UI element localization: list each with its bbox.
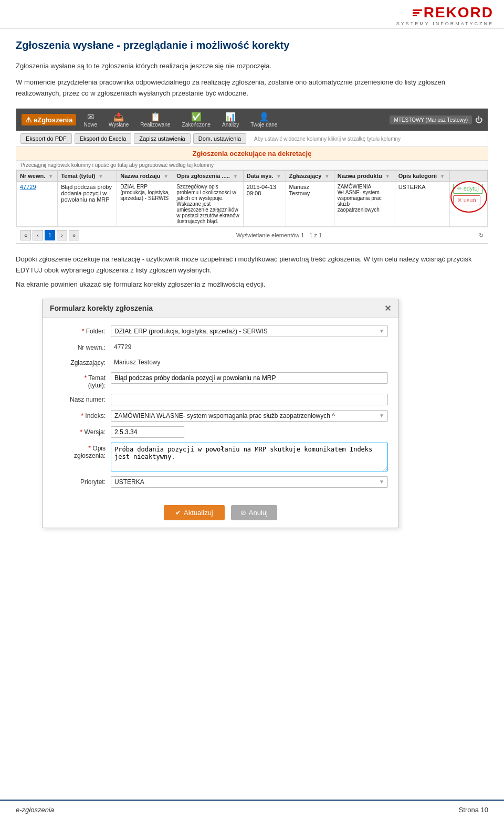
nav-label-nowe: Nowe (83, 122, 97, 128)
action-buttons-highlight: ✏ edytuj ✕ usuń (453, 184, 483, 205)
user-badge: MTESTOWY (Mariusz Testowy) (390, 116, 472, 124)
nav-label-twoje-dane: Twoje dane (250, 122, 277, 128)
col-rodzaj[interactable]: Nazwa rodzaju ▼ (117, 171, 173, 182)
app-logo-label: eZgłoszenia (34, 116, 72, 124)
edit-button[interactable]: ✏ edytuj (453, 184, 483, 194)
nav-item-realizowane[interactable]: 📋 Realizowane (136, 111, 174, 129)
form-row-opis: * Opiszgłoszenia: Próba dodania pozycji … (53, 443, 388, 471)
export-pdf-button[interactable]: Eksport do PDF (20, 133, 72, 144)
priorytet-dropdown-icon: ▼ (379, 479, 384, 485)
form-row-nasz-numer: Nasz numer: (53, 394, 388, 405)
indeks-select[interactable]: ZAMÓWIENIA WŁASNE- system wspomagania pr… (111, 410, 388, 422)
cell-opis: Szczegółowy opis problemu i okoliczności… (173, 182, 243, 227)
nav-item-twoje-dane[interactable]: 👤 Twoje dane (246, 111, 281, 129)
section-text-1: Dopóki zgłoszenie oczekuje na realizację… (16, 254, 488, 276)
nav-item-nowe[interactable]: ✉ Nowe (79, 111, 101, 129)
table-row: 47729 Błąd podczas próby dodania pozycji… (17, 182, 488, 227)
page-title: Zgłoszenia wysłane - przeglądanie i możl… (16, 39, 488, 51)
sort-arrow-1: ▼ (48, 174, 53, 179)
page-1-button[interactable]: 1 (45, 230, 55, 240)
col-nr-wewn[interactable]: Nr wewn. ▼ (17, 171, 58, 182)
logo-area: REKORD SYSTEMY INFORMATYCZNE (396, 4, 494, 26)
logo-sub: SYSTEMY INFORMATYCZNE (396, 21, 494, 26)
intro-text-1: Zgłoszenia wysłane są to te zgłoszenia k… (16, 61, 488, 72)
page-footer: e-zgłoszenia Strona 10 (0, 800, 504, 819)
col-temat[interactable]: Temat (tytuł) ▼ (58, 171, 117, 182)
save-settings-button[interactable]: Zapisz ustawienia (134, 133, 190, 144)
cancel-label: Anuluj (249, 509, 268, 517)
page-next-button[interactable]: › (57, 230, 67, 240)
priorytet-value: USTERKA (114, 478, 144, 486)
envelope-icon: ✉ (83, 112, 97, 122)
refresh-icon[interactable]: ↻ (479, 232, 484, 239)
nasz-numer-input[interactable] (111, 394, 388, 405)
priorytet-select[interactable]: USTERKA ▼ (111, 476, 388, 488)
form-row-priorytet: Priorytet: USTERKA ▼ (53, 476, 388, 488)
page-first-button[interactable]: « (20, 230, 31, 240)
folder-select[interactable]: DZIAŁ ERP (produkcja, logistyka, sprzeda… (111, 326, 388, 337)
logo-bar-2 (413, 12, 419, 14)
form-row-indeks: * Indeks: ZAMÓWIENIA WŁASNE- system wspo… (53, 410, 388, 422)
cell-kategoria: USTERKA (395, 182, 449, 227)
wersja-label: * Wersja: (53, 426, 111, 436)
cell-rodzaj: DZIAŁ ERP (produkcja, logistyka, sprzeda… (117, 182, 173, 227)
temat-input[interactable] (111, 372, 388, 384)
update-button[interactable]: ✔ Aktualizuj (164, 505, 225, 520)
app-pagination: « ‹ 1 › » Wyświetlanie elementów 1 - 1 z… (16, 227, 488, 243)
col-zglaszajacy[interactable]: Zgłaszający ▼ (286, 171, 334, 182)
chart-icon: 📊 (222, 112, 239, 122)
page-count: Wyświetlanie elementów 1 - 1 z 1 (236, 232, 322, 238)
col-kategoria[interactable]: Opis kategorii ▼ (395, 171, 449, 182)
form-modal: Formularz korekty zgłoszenia ✕ * Folder:… (42, 299, 399, 528)
nav-label-zakonczone: Zakończone (182, 122, 211, 128)
main-content: Zgłoszenia wysłane - przeglądanie i możl… (0, 29, 504, 549)
temat-label: * Temat(tytuł): (53, 372, 111, 389)
form-modal-footer: ✔ Aktualizuj ⊘ Anuluj (43, 500, 398, 528)
form-modal-body: * Folder: DZIAŁ ERP (produkcja, logistyk… (43, 318, 398, 500)
folder-label: * Folder: (53, 326, 111, 335)
logo-bars (413, 9, 422, 16)
col-produkt[interactable]: Nazwa produktu ▼ (334, 171, 395, 182)
folder-dropdown-icon: ▼ (379, 328, 384, 334)
cancel-icon: ⊘ (240, 509, 246, 517)
nav-item-zakonczone[interactable]: ✅ Zakończone (178, 111, 215, 129)
app-screenshot: ⚠ eZgłoszenia ✉ Nowe 📤 Wysłane 📋 Realizo… (16, 108, 488, 244)
cell-actions: ✏ edytuj ✕ usuń (449, 182, 487, 227)
wersja-input[interactable] (111, 426, 184, 438)
form-row-folder: * Folder: DZIAŁ ERP (produkcja, logistyk… (53, 326, 388, 337)
export-excel-button[interactable]: Eksport do Excela (75, 133, 132, 144)
pagination-left: « ‹ 1 › » (20, 230, 79, 240)
page-prev-button[interactable]: ‹ (33, 230, 43, 240)
app-table: Nr wewn. ▼ Temat (tytuł) ▼ Nazwa rodzaju… (16, 170, 488, 227)
nav-item-wyslane[interactable]: 📤 Wysłane (104, 111, 133, 129)
check-icon: ✔ (175, 509, 181, 517)
power-icon[interactable]: ⏻ (475, 116, 482, 124)
section-text-1-content: Dopóki zgłoszenie oczekuje na realizację… (16, 255, 362, 263)
id-link[interactable]: 47729 (20, 184, 36, 190)
nav-item-analizy[interactable]: 📊 Analizy (218, 111, 243, 129)
app-title-bar: Zgłoszenia oczekujące na dekretację (16, 147, 488, 161)
sort-arrow-5: ▼ (277, 174, 281, 179)
nav-label-wyslane: Wysłane (109, 122, 129, 128)
delete-button[interactable]: ✕ usuń (453, 195, 480, 205)
opis-textarea[interactable]: Próba dodania pozycji w powołaniu na MRP… (111, 443, 388, 471)
section-text-3: Na ekranie powinien ukazać się formularz… (16, 279, 488, 290)
opis-label: * Opiszgłoszenia: (53, 443, 111, 459)
col-data[interactable]: Data wys. ▼ (243, 171, 286, 182)
send-icon: 📤 (109, 112, 129, 122)
nr-wewn-label: Nr wewn.: (53, 342, 111, 351)
table-header-row: Nr wewn. ▼ Temat (tytuł) ▼ Nazwa rodzaju… (17, 171, 488, 182)
cancel-button[interactable]: ⊘ Anuluj (231, 505, 277, 520)
drag-hint: Przeciągnij nagłówek kolumny i upuść go … (16, 161, 488, 170)
close-icon[interactable]: ✕ (384, 303, 391, 313)
col-opis[interactable]: Opis zgłoszenia ..... ▼ (173, 171, 243, 182)
cell-id: 47729 (17, 182, 58, 227)
indeks-value: ZAMÓWIENIA WŁASNE- system wspomagania pr… (114, 412, 335, 419)
default-settings-button[interactable]: Dom. ustawienia (193, 133, 246, 144)
nav-label-analizy: Analizy (222, 122, 239, 128)
cell-data: 2015-04-1309:08 (243, 182, 286, 227)
indeks-label: * Indeks: (53, 410, 111, 419)
footer-left: e-zgłoszenia (16, 806, 54, 814)
page-last-button[interactable]: » (69, 230, 79, 240)
nr-wewn-value: 47729 (111, 342, 388, 352)
